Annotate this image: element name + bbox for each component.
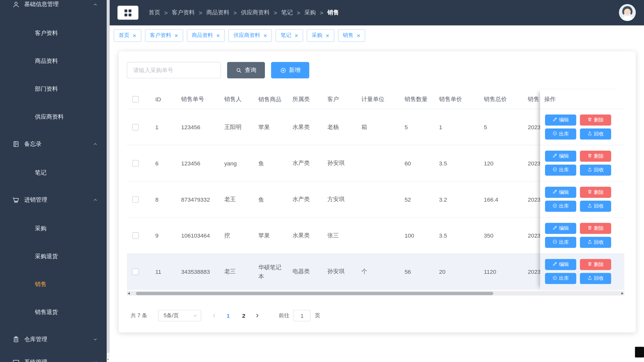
outbound-button[interactable]: 出库 — [545, 237, 576, 248]
recycle-button-label: 回收 — [594, 203, 604, 210]
sidebar-menu: 基础信息管理客户资料商品资料部门资料供应商资料备忘录笔记进销管理采购采购退货销售… — [0, 0, 107, 362]
sidebar-item-0-3[interactable]: 供应商资料 — [0, 103, 107, 131]
recycle-button[interactable]: 回收 — [580, 237, 611, 248]
sidebar-item-0-2[interactable]: 部门资料 — [0, 75, 107, 103]
search-input[interactable] — [127, 62, 221, 78]
outbound-button[interactable]: 出库 — [545, 128, 576, 140]
del-icon — [587, 153, 592, 159]
delete-button[interactable]: 删除 — [580, 259, 611, 270]
edit-button-label: 编辑 — [559, 117, 569, 124]
sidebar-section-3[interactable]: 仓库管理 — [0, 328, 107, 351]
sidebar-item-1-0[interactable]: 笔记 — [0, 159, 107, 187]
sidebar-section-4[interactable]: 系统管理 — [0, 351, 107, 362]
delete-button[interactable]: 删除 — [580, 115, 611, 126]
close-icon[interactable]: × — [263, 32, 267, 38]
close-icon[interactable]: × — [357, 32, 360, 38]
row-checkbox[interactable] — [132, 160, 139, 166]
breadcrumb-item-3[interactable]: 供应商资料 — [241, 9, 270, 16]
sidebar-section-label: 进销管理 — [24, 196, 93, 203]
page-size-select[interactable]: 5条/页 — [158, 310, 201, 322]
cell-unit — [361, 145, 405, 181]
close-icon[interactable]: × — [133, 32, 136, 38]
breadcrumb-item-5[interactable]: 采购 — [304, 9, 316, 16]
outbound-button[interactable]: 出库 — [545, 201, 576, 212]
close-icon[interactable]: × — [326, 32, 329, 38]
recycle-button[interactable]: 回收 — [580, 165, 611, 176]
close-icon[interactable]: × — [295, 32, 298, 38]
edit-button[interactable]: 编辑 — [545, 115, 576, 126]
recycle-button[interactable]: 回收 — [580, 273, 611, 284]
prev-page-button[interactable] — [209, 310, 220, 322]
row-checkbox[interactable] — [132, 124, 139, 130]
edit-button[interactable]: 编辑 — [545, 187, 576, 198]
cell-total_price: 5 — [484, 109, 528, 145]
horizontal-scrollbar[interactable] — [127, 291, 624, 296]
sidebar-item-0-0[interactable]: 客户资料 — [0, 19, 107, 47]
sidebar-item-0-1[interactable]: 商品资料 — [0, 47, 107, 75]
scroll-right-arrow[interactable] — [620, 291, 624, 296]
cell-id: 1 — [155, 109, 181, 145]
scroll-left-arrow[interactable] — [127, 291, 131, 296]
tab-label: 采购 — [312, 32, 322, 39]
add-button[interactable]: 新增 — [271, 62, 309, 78]
delete-button[interactable]: 删除 — [580, 223, 611, 234]
sidebar-item-2-2[interactable]: 销售 — [0, 270, 107, 298]
recycle-button-label: 回收 — [594, 167, 604, 174]
tab-1[interactable]: 客户资料× — [145, 29, 183, 42]
tab-5[interactable]: 采购× — [307, 29, 334, 42]
close-icon[interactable]: × — [216, 32, 220, 38]
query-button[interactable]: 查询 — [227, 62, 265, 78]
tab-2[interactable]: 商品资料× — [187, 29, 225, 42]
query-button-label: 查询 — [245, 66, 256, 74]
cell-id: 9 — [155, 217, 181, 253]
tab-3[interactable]: 供应商资料× — [228, 29, 272, 42]
outbound-button[interactable]: 出库 — [545, 273, 576, 284]
user-avatar[interactable] — [619, 4, 636, 21]
recycle-button[interactable]: 回收 — [580, 201, 611, 212]
select-all-checkbox[interactable] — [132, 96, 139, 102]
sidebar-item-2-1[interactable]: 采购退货 — [0, 243, 107, 270]
recycle-button[interactable]: 回收 — [580, 128, 611, 140]
column-header-0: ID — [155, 89, 181, 109]
sidebar-section-0[interactable]: 基础信息管理 — [0, 0, 107, 16]
breadcrumb-item-1[interactable]: 客户资料 — [172, 9, 195, 16]
horizontal-scrollbar-thumb[interactable] — [136, 292, 493, 295]
page-number-2[interactable]: 2 — [238, 310, 250, 322]
tab-0[interactable]: 首页× — [114, 29, 141, 42]
tab-6[interactable]: 销售× — [338, 29, 365, 42]
breadcrumb-item-2[interactable]: 商品资料 — [206, 9, 229, 16]
sidebar-section-2[interactable]: 进销管理 — [0, 188, 107, 211]
tab-4[interactable]: 笔记× — [276, 29, 303, 42]
sidebar-section-1[interactable]: 备忘录 — [0, 132, 107, 155]
edit-button[interactable]: 编辑 — [545, 151, 576, 162]
row-checkbox[interactable] — [132, 268, 139, 275]
apps-grid-button[interactable] — [117, 6, 138, 20]
sidebar-submenu-0: 客户资料商品资料部门资料供应商资料 — [0, 16, 107, 133]
edit-button[interactable]: 编辑 — [545, 223, 576, 234]
chevron-down-icon — [193, 313, 198, 318]
delete-button[interactable]: 删除 — [580, 187, 611, 198]
row-checkbox[interactable] — [132, 232, 139, 239]
sidebar-scrollbar-thumb[interactable] — [107, 0, 109, 353]
row-checkbox[interactable] — [132, 196, 139, 203]
sidebar-scrollbar[interactable] — [107, 0, 109, 362]
sidebar-item-2-0[interactable]: 采购 — [0, 215, 107, 243]
next-page-button[interactable] — [252, 310, 263, 322]
column-header-5: 客户 — [327, 89, 361, 109]
sidebar-scrollbar-down-arrow[interactable] — [107, 357, 109, 362]
delete-button[interactable]: 删除 — [580, 151, 611, 162]
breadcrumb-item-4[interactable]: 笔记 — [281, 9, 293, 16]
outbound-button[interactable]: 出库 — [545, 165, 576, 176]
goto-label: 前往 — [279, 312, 289, 319]
sidebar-item-2-3[interactable]: 销售退货 — [0, 298, 107, 326]
cell-order_no: 123456 — [181, 109, 224, 145]
edit-button[interactable]: 编辑 — [545, 259, 576, 270]
breadcrumb-item-0[interactable]: 首页 — [149, 9, 160, 16]
close-icon[interactable]: × — [174, 32, 178, 38]
page-number-1[interactable]: 1 — [222, 310, 234, 322]
chevron-up-icon — [93, 2, 98, 7]
del-icon — [587, 261, 592, 267]
goto-page-input[interactable] — [293, 310, 311, 322]
cell-customer: 张三 — [327, 217, 361, 253]
column-header-9: 销售总价 — [484, 89, 528, 109]
